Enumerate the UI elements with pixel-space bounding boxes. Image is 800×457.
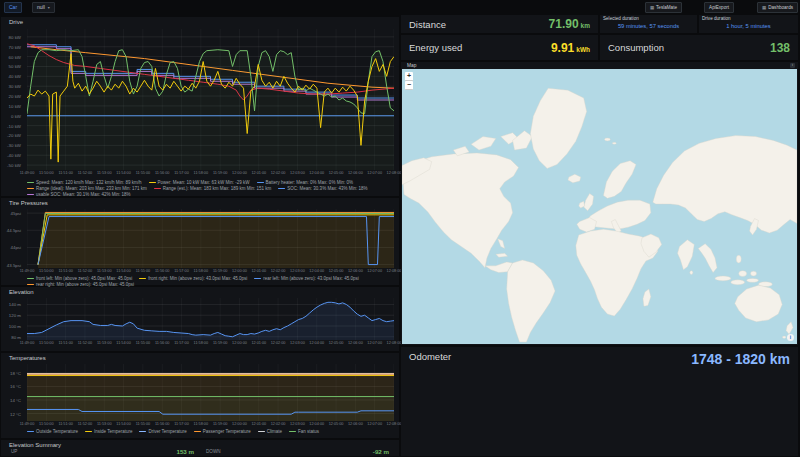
legend-item[interactable]: Battery heater: Mean: 0% Max: 0% Min: 0% <box>257 180 353 185</box>
map-attribution-icon[interactable]: i <box>787 334 794 341</box>
x-axis-label: 11:58:00 <box>194 422 209 426</box>
legend-item[interactable]: Passenger Temperature <box>194 429 251 434</box>
x-axis-label: 12:07:00 <box>367 171 382 175</box>
legend-item[interactable]: usable SOC: Mean: 30.1% Max: 42% Min: 18… <box>27 192 131 197</box>
x-axis-label: 12:03:00 <box>290 341 305 345</box>
panel-info-icon[interactable]: i <box>790 63 795 68</box>
x-axis-label: 11:52:00 <box>78 422 93 426</box>
car-variable-chip[interactable]: Car <box>4 2 22 13</box>
panel-title[interactable]: Drive <box>9 19 23 25</box>
x-axis-label: 11:49:00 <box>20 422 35 426</box>
dashboards-link-button[interactable]: ▦Dashboards <box>757 2 798 13</box>
x-axis-label: 12:02:00 <box>271 422 286 426</box>
y-axis-label: 44.5psi <box>7 228 21 233</box>
chart-legend: front left: Min (above zero): 45.0psi Ma… <box>27 276 396 283</box>
elevation-down-cell: DOWN -92 m <box>200 448 395 455</box>
y-axis: 80 kW70 kW60 kW50 kW40 kW30 kW20 kW10 kW… <box>1 29 24 170</box>
x-axis-label: 11:59:00 <box>213 269 228 273</box>
legend-item[interactable]: Inside Temperature <box>85 429 132 434</box>
x-axis-label: 12:01:00 <box>251 171 266 175</box>
legend-item[interactable]: Outside Temperature <box>27 429 78 434</box>
x-axis-label: 12:08:00 <box>387 171 402 175</box>
chart-legend: Outside TemperatureInside TemperatureDri… <box>27 429 396 436</box>
y-axis-label: 80 m <box>11 334 21 339</box>
drive-duration-label: Drive duration <box>702 16 795 21</box>
x-axis-label: 11:49:00 <box>20 269 35 273</box>
x-axis-label: 11:57:00 <box>174 171 189 175</box>
legend-item[interactable]: front left: Min (above zero): 45.0psi Ma… <box>27 276 132 281</box>
x-axis-label: 11:53:00 <box>97 422 112 426</box>
y-axis-label: 10 kW <box>9 103 21 108</box>
teslamate-link-button[interactable]: ▦TeslaMate <box>645 2 682 13</box>
y-axis-label: 60 kW <box>9 54 21 59</box>
x-axis-label: 11:55:00 <box>136 269 151 273</box>
y-axis-label: 40 kW <box>9 74 21 79</box>
odometer-value: 1748 - 1820 km <box>691 351 790 367</box>
x-axis-label: 11:50:00 <box>39 171 54 175</box>
down-value: -92 m <box>373 448 389 455</box>
x-axis-label: 11:57:00 <box>174 341 189 345</box>
dropdown-value: null <box>37 4 45 10</box>
map-panel: Map i + − i <box>401 62 798 345</box>
legend-item[interactable]: SOC: Mean: 30.3% Max: 43% Min: 18% <box>278 186 367 191</box>
apiexport-link-button[interactable]: ApiExport <box>704 2 734 13</box>
panel-title[interactable]: Map <box>407 63 416 68</box>
x-axis-label: 11:51:00 <box>58 171 73 175</box>
y-axis-label: 120 m <box>9 313 21 318</box>
legend-item[interactable]: Power: Mean: 10 kW Max: 63 kW Min: -29 k… <box>149 180 250 185</box>
x-axis: 11:49:0011:50:0011:51:0011:52:0011:53:00… <box>27 269 394 275</box>
zoom-out-button[interactable]: − <box>405 81 413 90</box>
legend-item[interactable]: Climate <box>258 429 282 434</box>
x-axis-label: 11:59:00 <box>213 422 228 426</box>
drive-select-dropdown[interactable]: null▾ <box>32 2 55 13</box>
panel-title[interactable]: Elevation <box>9 289 34 295</box>
x-axis-label: 12:06:00 <box>348 269 363 273</box>
y-axis: 18 °C16 °C14 °C12 °C <box>1 364 24 421</box>
x-axis-label: 12:06:00 <box>348 422 363 426</box>
drive-chart-plot[interactable] <box>27 29 394 170</box>
x-axis-label: 12:03:00 <box>290 269 305 273</box>
chart-legend: Speed: Mean: 120 km/h Max: 132 km/h Min:… <box>27 180 396 194</box>
world-map[interactable]: + − i <box>402 69 797 344</box>
x-axis-label: 12:02:00 <box>271 171 286 175</box>
y-axis-label: 14 °C <box>10 397 21 402</box>
elevation-chart-plot[interactable] <box>27 298 394 340</box>
distance-panel: Distance 71.90km <box>401 15 598 33</box>
legend-item[interactable]: Driver Temperature <box>139 429 186 434</box>
zoom-in-button[interactable]: + <box>405 72 413 81</box>
x-axis-label: 11:57:00 <box>174 422 189 426</box>
x-axis-label: 12:02:00 <box>271 269 286 273</box>
elevation-summary-row: UP 153 m DOWN -92 m <box>5 448 395 455</box>
y-axis-label: -50 kW <box>7 163 21 168</box>
odometer-title: Odometer <box>409 351 451 362</box>
legend-item[interactable]: Fan status <box>289 429 319 434</box>
tires-chart-plot[interactable] <box>27 209 394 268</box>
x-axis-label: 11:54:00 <box>116 269 131 273</box>
x-axis-label: 11:54:00 <box>116 422 131 426</box>
panel-title[interactable]: Tire Pressures <box>9 200 48 206</box>
legend-item[interactable]: front right: Min (above zero): 43.0psi M… <box>139 276 247 281</box>
drive-duration-value: 1 hour, 5 minutes <box>702 23 795 29</box>
legend-item[interactable]: Range (ideal): Mean: 203 km Max: 233 km … <box>27 186 147 191</box>
legend-item[interactable]: Range (est.): Mean: 183 km Max: 189 km M… <box>154 186 272 191</box>
elevation-panel: Elevation 140 m120 m100 m80 m 11:49:0011… <box>1 287 399 351</box>
x-axis-label: 11:54:00 <box>116 341 131 345</box>
legend-item[interactable]: Speed: Mean: 120 km/h Max: 132 km/h Min:… <box>27 180 142 185</box>
panel-title[interactable]: Temperatures <box>9 355 46 361</box>
drive-duration-panel: Drive duration 1 hour, 5 minutes <box>699 15 798 33</box>
elevation-up-cell: UP 153 m <box>5 448 200 455</box>
legend-series-swatch <box>139 278 146 280</box>
y-axis-label: -30 kW <box>7 143 21 148</box>
x-axis: 11:49:0011:50:0011:51:0011:52:0011:53:00… <box>27 171 394 177</box>
x-axis-label: 11:52:00 <box>78 269 93 273</box>
temps-chart-plot[interactable] <box>27 364 394 421</box>
energy-used-panel: Energy used 9.91kWh <box>401 35 598 60</box>
drive-panel: Drive 80 kW70 kW60 kW50 kW40 kW30 kW20 k… <box>1 17 399 196</box>
legend-item[interactable]: rear left: Min (above zero): 43.0psi Max… <box>254 276 358 281</box>
x-axis-label: 12:05:00 <box>329 171 344 175</box>
odometer-panel: Odometer 1748 - 1820 km <box>401 347 798 456</box>
legend-series-swatch <box>139 431 146 433</box>
legend-series-swatch <box>27 188 34 190</box>
x-axis-label: 11:51:00 <box>58 341 73 345</box>
x-axis-label: 11:51:00 <box>58 422 73 426</box>
